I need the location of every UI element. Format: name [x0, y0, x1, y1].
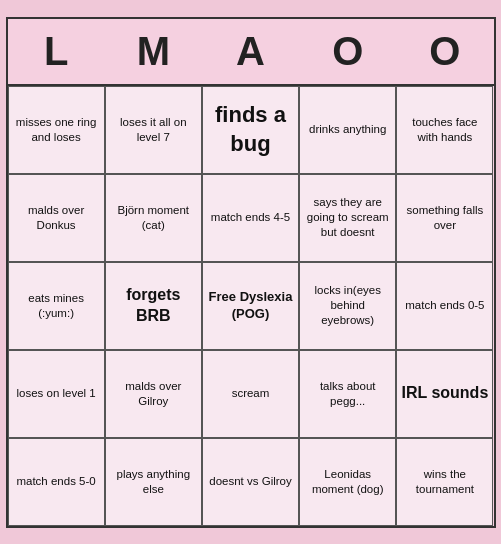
header-letter-m-1: M [105, 19, 202, 84]
bingo-cell-8[interactable]: says they are going to scream but doesnt [299, 174, 396, 262]
bingo-cell-12[interactable]: Free Dyslexia (POG) [202, 262, 299, 350]
bingo-cell-1[interactable]: loses it all on level 7 [105, 86, 202, 174]
bingo-card: LMAOO misses one ring and losesloses it … [6, 17, 496, 528]
bingo-cell-22[interactable]: doesnt vs Gilroy [202, 438, 299, 526]
header-letter-o-4: O [396, 19, 493, 84]
bingo-cell-0[interactable]: misses one ring and loses [8, 86, 105, 174]
bingo-cell-6[interactable]: Björn moment (cat) [105, 174, 202, 262]
bingo-cell-10[interactable]: eats mines (:yum:) [8, 262, 105, 350]
bingo-cell-24[interactable]: wins the tournament [396, 438, 493, 526]
bingo-cell-11[interactable]: forgets BRB [105, 262, 202, 350]
bingo-cell-21[interactable]: plays anything else [105, 438, 202, 526]
bingo-cell-14[interactable]: match ends 0-5 [396, 262, 493, 350]
bingo-cell-16[interactable]: malds over Gilroy [105, 350, 202, 438]
bingo-cell-2[interactable]: finds a bug [202, 86, 299, 174]
header-letter-l-0: L [8, 19, 105, 84]
bingo-cell-17[interactable]: scream [202, 350, 299, 438]
bingo-cell-15[interactable]: loses on level 1 [8, 350, 105, 438]
bingo-cell-19[interactable]: IRL sounds [396, 350, 493, 438]
header-letter-a-2: A [202, 19, 299, 84]
bingo-cell-20[interactable]: match ends 5-0 [8, 438, 105, 526]
bingo-cell-7[interactable]: match ends 4-5 [202, 174, 299, 262]
bingo-cell-4[interactable]: touches face with hands [396, 86, 493, 174]
bingo-cell-23[interactable]: Leonidas moment (dog) [299, 438, 396, 526]
bingo-grid: misses one ring and losesloses it all on… [8, 84, 494, 526]
header-letter-o-3: O [299, 19, 396, 84]
bingo-cell-9[interactable]: something falls over [396, 174, 493, 262]
bingo-cell-3[interactable]: drinks anything [299, 86, 396, 174]
bingo-cell-5[interactable]: malds over Donkus [8, 174, 105, 262]
bingo-header: LMAOO [8, 19, 494, 84]
bingo-cell-13[interactable]: locks in(eyes behind eyebrows) [299, 262, 396, 350]
bingo-cell-18[interactable]: talks about pegg... [299, 350, 396, 438]
